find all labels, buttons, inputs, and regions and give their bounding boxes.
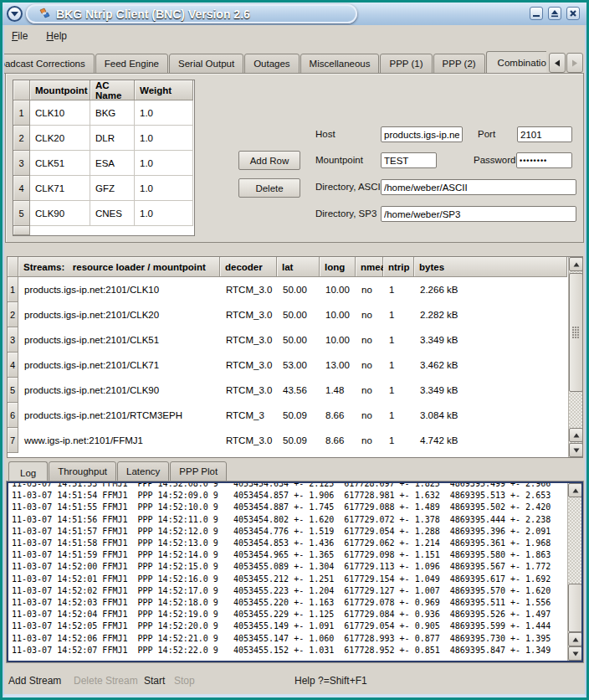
stream-cell-bytes[interactable]: 2.266 kB [414, 277, 567, 302]
stream-row-number[interactable]: 7 [8, 428, 18, 453]
log-scrollbar-thumb[interactable] [568, 584, 582, 632]
titlebar[interactable]: BKG Ntrip Client (BNC) Version 2.6 [3, 3, 586, 25]
toolbar-help-shift-f1[interactable]: Help ?=Shift+F1 [294, 670, 367, 692]
stream-cell-mountpoint[interactable]: products.igs-ip.net:2101/CLK10 [18, 277, 220, 302]
maximize-button[interactable] [548, 7, 561, 20]
stream-cell-decoder[interactable]: RTCM_3.0 [220, 378, 277, 403]
col-header-ac-name[interactable]: AC Name [90, 80, 135, 100]
col-header-weight[interactable]: Weight [135, 80, 193, 100]
stream-cell-ntrip[interactable]: 1 [383, 277, 414, 302]
combo-row-number[interactable]: 2 [13, 126, 30, 151]
combo-cell-mountpoint[interactable]: CLK51 [30, 151, 90, 176]
stream-cell-bytes[interactable]: 3.349 kB [414, 378, 567, 403]
combo-cell-ac-name[interactable]: CNES [90, 201, 135, 226]
tab-ppp-plot[interactable]: PPP Plot [170, 461, 227, 481]
add-row-button[interactable]: Add Row [238, 151, 300, 170]
stream-cell-decoder[interactable]: RTCM_3.0 [220, 327, 277, 353]
stream-cell-long[interactable]: 8.66 [320, 428, 356, 453]
stream-cell-ntrip[interactable]: 1 [383, 353, 414, 378]
stream-cell-lat[interactable]: 43.56 [277, 378, 320, 403]
combo-row-number[interactable]: 5 [13, 201, 30, 226]
tab-outages[interactable]: Outages [244, 54, 299, 74]
col-header-mountpoint[interactable]: Mountpoint [30, 80, 90, 100]
combo-row-number[interactable]: 3 [13, 151, 30, 176]
streams-scrollbar[interactable] [568, 257, 582, 457]
minimize-button[interactable] [530, 7, 543, 20]
streams-scroll-down-button[interactable] [569, 443, 583, 457]
tab-miscellaneous[interactable]: Miscellaneous [300, 54, 380, 74]
dir-ascii-input[interactable] [381, 179, 576, 195]
tab-scroll-left-button[interactable] [549, 53, 566, 73]
tab-ppp-2[interactable]: PPP (2) [433, 54, 485, 74]
combo-row-number[interactable]: 4 [13, 176, 30, 201]
stream-cell-bytes[interactable]: 4.742 kB [414, 428, 567, 453]
stream-row-number[interactable]: 3 [8, 327, 18, 353]
stream-cell-nmea[interactable]: no [356, 428, 383, 453]
tab-ppp-1[interactable]: PPP (1) [380, 54, 432, 74]
combo-cell-weight[interactable]: 1.0 [135, 201, 193, 226]
streams-corner-header[interactable] [8, 257, 18, 277]
stream-row-number[interactable]: 4 [8, 353, 18, 378]
streams-scrollbar-thumb[interactable] [569, 273, 583, 392]
log-pane[interactable]: 11-03-07 14:51:53 FFMJ1 PPP 14:52:08.0 9… [7, 481, 583, 662]
stream-row-number[interactable]: 2 [8, 302, 18, 327]
delete-button[interactable]: Delete [238, 178, 300, 198]
tab-log[interactable]: Log [8, 461, 48, 481]
tab-scroll-right-button[interactable] [566, 53, 583, 73]
combo-cell-mountpoint[interactable]: CLK20 [30, 126, 90, 151]
port-input[interactable] [517, 126, 572, 142]
log-scroll-down-button[interactable] [568, 646, 582, 661]
menu-file[interactable]: File [12, 30, 28, 42]
streams-header-lat[interactable]: lat [277, 257, 320, 277]
streams-header-bytes[interactable]: bytes [414, 257, 567, 277]
stream-row-number[interactable]: 5 [8, 378, 18, 403]
password-input[interactable] [516, 152, 572, 168]
combo-cell-weight[interactable]: 1.0 [135, 151, 193, 176]
dir-sp3-input[interactable] [381, 206, 576, 222]
stream-cell-mountpoint[interactable]: products.igs-ip.net:2101/CLK51 [18, 327, 220, 353]
toolbar-start[interactable]: Start [144, 670, 165, 692]
stream-cell-ntrip[interactable]: 1 [383, 302, 414, 327]
combo-cell-mountpoint[interactable]: CLK10 [30, 100, 90, 126]
stream-cell-ntrip[interactable]: 1 [383, 403, 414, 428]
combo-cell-ac-name[interactable]: DLR [90, 126, 135, 151]
combo-cell-weight[interactable]: 1.0 [135, 126, 193, 151]
combo-row-number[interactable]: 1 [13, 100, 30, 126]
streams-header-mountpoint[interactable]: Streams: resource loader / mountpoint [18, 257, 220, 277]
stream-cell-lat[interactable]: 50.00 [277, 302, 320, 327]
stream-cell-long[interactable]: 1.48 [320, 378, 356, 403]
host-input[interactable] [381, 126, 463, 142]
combo-cell-weight[interactable]: 1.0 [135, 176, 193, 201]
mountpoint-input[interactable] [381, 152, 437, 168]
stream-cell-nmea[interactable]: no [356, 302, 383, 327]
combo-cell-ac-name[interactable]: GFZ [90, 176, 135, 201]
combo-cell-ac-name[interactable]: BKG [90, 100, 135, 126]
tab-combination[interactable]: Combination [486, 51, 546, 74]
streams-scroll-up-button[interactable] [569, 257, 583, 271]
stream-cell-mountpoint[interactable]: products.igs-ip.net:2101/CLK90 [18, 378, 220, 403]
streams-header-nmea[interactable]: nmea [356, 257, 383, 277]
stream-cell-lat[interactable]: 50.00 [277, 277, 320, 302]
streams-scroll-up2-button[interactable] [569, 428, 583, 442]
stream-cell-long[interactable]: 13.00 [320, 353, 356, 378]
combo-cell-mountpoint[interactable]: CLK71 [30, 176, 90, 201]
stream-cell-decoder[interactable]: RTCM_3 [220, 403, 277, 428]
stream-cell-decoder[interactable]: RTCM_3.0 [220, 353, 277, 378]
combo-cell-ac-name[interactable]: ESA [90, 151, 135, 176]
tab-throughput[interactable]: Throughput [49, 461, 116, 481]
streams-header-decoder[interactable]: decoder [220, 257, 277, 277]
stream-cell-decoder[interactable]: RTCM_3.0 [220, 277, 277, 302]
streams-header-ntrip[interactable]: ntrip [383, 257, 414, 277]
stream-cell-long[interactable]: 10.00 [320, 277, 356, 302]
stream-cell-nmea[interactable]: no [356, 353, 383, 378]
stream-cell-decoder[interactable]: RTCM_3.0 [220, 428, 277, 453]
stream-cell-lat[interactable]: 50.09 [277, 428, 320, 453]
stream-cell-long[interactable]: 8.66 [320, 403, 356, 428]
stream-cell-ntrip[interactable]: 1 [383, 378, 414, 403]
stream-cell-bytes[interactable]: 3.084 kB [414, 403, 567, 428]
close-button[interactable] [566, 7, 580, 20]
stream-cell-mountpoint[interactable]: products.igs-ip.net:2101/CLK20 [18, 302, 220, 327]
stream-cell-decoder[interactable]: RTCM_3.0 [220, 302, 277, 327]
stream-cell-long[interactable]: 10.00 [320, 302, 356, 327]
stream-cell-lat[interactable]: 53.00 [277, 353, 320, 378]
